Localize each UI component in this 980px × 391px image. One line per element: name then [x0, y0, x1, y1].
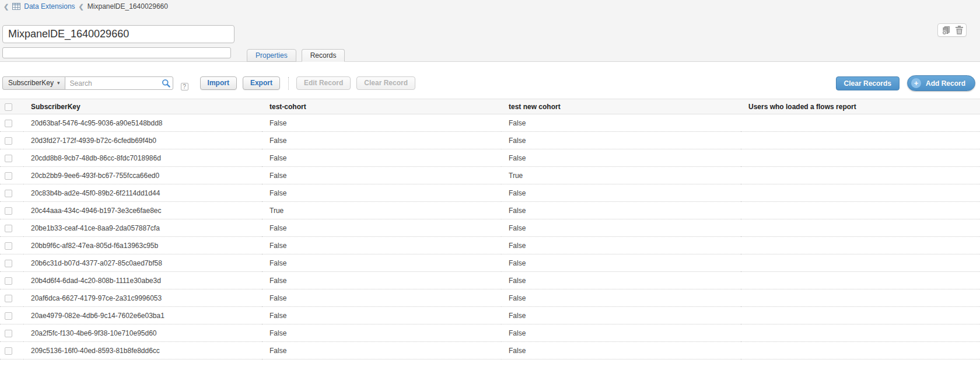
cell-test-new-cohort: False [501, 219, 741, 237]
external-key-input[interactable] [2, 47, 231, 58]
cell-subscriber-key: 20cb2bb9-9ee6-493f-bc67-755fcca66ed0 [23, 167, 262, 184]
search-input[interactable] [65, 76, 173, 90]
row-checkbox[interactable] [5, 330, 12, 337]
records-tbody: 20d63baf-5476-4c95-9036-a90e5148bdd8 Fal… [0, 114, 980, 359]
row-checkbox[interactable] [5, 277, 12, 285]
cell-test-cohort: False [262, 254, 501, 272]
row-checkbox[interactable] [5, 225, 12, 232]
cell-test-new-cohort: False [501, 324, 741, 342]
clear-record-button[interactable]: Clear Record [356, 76, 415, 90]
cell-test-cohort: False [262, 307, 501, 324]
records-toolbar: SubscriberKey ▾ ? Import Export Edit Rec… [0, 76, 980, 90]
cell-subscriber-key: 20b4d6f4-6dad-4c20-808b-1111e30abe3d [23, 272, 262, 289]
records-table-wrap: SubscriberKey test-cohort test new cohor… [0, 99, 980, 359]
cell-test-cohort: False [262, 289, 501, 307]
table-row[interactable]: 20c44aaa-434c-4946-b197-3e3ce6fae8ec Tru… [0, 202, 980, 219]
table-row[interactable]: 20c83b4b-ad2e-45f0-89b2-6f2114dd1d44 Fal… [0, 184, 980, 202]
row-checkbox[interactable] [5, 120, 12, 127]
column-header-flows-report[interactable]: Users who loaded a flows report [741, 99, 980, 114]
row-checkbox[interactable] [5, 295, 12, 302]
row-checkbox[interactable] [5, 312, 12, 320]
data-extension-grid-icon [12, 3, 20, 10]
cell-test-cohort: False [262, 324, 501, 342]
table-row[interactable]: 20d3fd27-172f-4939-b72c-6cfedb69f4b0 Fal… [0, 132, 980, 149]
search-group: SubscriberKey ▾ [2, 76, 173, 90]
table-row[interactable]: 20af6dca-6627-4179-97ce-2a31c9996053 Fal… [0, 289, 980, 307]
cell-subscriber-key: 209c5136-16f0-40ed-8593-81b8fe8dd6cc [23, 342, 262, 359]
row-checkbox[interactable] [5, 155, 12, 162]
row-checkbox[interactable] [5, 242, 12, 250]
clear-records-button[interactable]: Clear Records [836, 76, 900, 90]
cell-flows-report [741, 167, 980, 184]
cell-test-new-cohort: False [501, 114, 741, 132]
breadcrumb: ❮ Data Extensions ❮ MixpanelDE_164002966… [4, 2, 168, 11]
table-row[interactable]: 20b6c31d-b07d-4377-a027-85c0aed7bf58 Fal… [0, 254, 980, 272]
help-icon[interactable]: ? [181, 83, 188, 90]
search-field-dropdown[interactable]: SubscriberKey ▾ [2, 76, 65, 90]
cell-subscriber-key: 20a2f5fc-f130-4be6-9f38-10e710e95d60 [23, 324, 262, 342]
cell-test-cohort: False [262, 237, 501, 254]
import-button[interactable]: Import [200, 76, 237, 90]
cell-test-cohort: True [262, 202, 501, 219]
edit-record-button[interactable]: Edit Record [296, 76, 351, 90]
search-icon[interactable] [162, 79, 170, 88]
cell-subscriber-key: 20bb9f6c-af82-47ea-805d-f6a13963c95b [23, 237, 262, 254]
row-checkbox[interactable] [5, 207, 12, 215]
breadcrumb-data-extensions-link[interactable]: Data Extensions [24, 2, 75, 11]
table-row[interactable]: 20b4d6f4-6dad-4c20-808b-1111e30abe3d Fal… [0, 272, 980, 289]
cell-test-cohort: False [262, 132, 501, 149]
cell-test-new-cohort: True [501, 167, 741, 184]
column-header-test-cohort[interactable]: test-cohort [262, 99, 501, 114]
data-extension-name-input[interactable] [2, 25, 235, 43]
records-table: SubscriberKey test-cohort test new cohor… [0, 99, 980, 359]
cell-test-new-cohort: False [501, 202, 741, 219]
toolbar-divider [288, 77, 289, 90]
table-row[interactable]: 20bb9f6c-af82-47ea-805d-f6a13963c95b Fal… [0, 237, 980, 254]
back-chevron-icon[interactable]: ❮ [4, 3, 9, 11]
cell-test-new-cohort: False [501, 289, 741, 307]
column-header-subscriberkey[interactable]: SubscriberKey [23, 99, 262, 114]
cell-test-new-cohort: False [501, 237, 741, 254]
toolbar-right-group: Clear Records + Add Record [836, 75, 975, 91]
row-checkbox[interactable] [5, 190, 12, 197]
add-record-button[interactable]: + Add Record [907, 75, 975, 91]
table-row[interactable]: 20cb2bb9-9ee6-493f-bc67-755fcca66ed0 Fal… [0, 167, 980, 184]
cell-subscriber-key: 20c83b4b-ad2e-45f0-89b2-6f2114dd1d44 [23, 184, 262, 202]
cell-test-cohort: False [262, 149, 501, 167]
cell-test-new-cohort: False [501, 342, 741, 359]
trash-icon[interactable] [956, 26, 963, 34]
breadcrumb-current-page: MixpanelDE_1640029660 [88, 2, 168, 11]
cell-flows-report [741, 219, 980, 237]
table-row[interactable]: 20cdd8b8-9cb7-48db-86cc-8fdc7018986d Fal… [0, 149, 980, 167]
cell-test-new-cohort: False [501, 149, 741, 167]
table-row[interactable]: 20d63baf-5476-4c95-9036-a90e5148bdd8 Fal… [0, 114, 980, 132]
cell-flows-report [741, 184, 980, 202]
copy-icon[interactable] [942, 26, 951, 35]
column-header-test-new-cohort[interactable]: test new cohort [501, 99, 741, 114]
cell-flows-report [741, 149, 980, 167]
cell-flows-report [741, 132, 980, 149]
row-checkbox[interactable] [5, 260, 12, 267]
select-all-checkbox[interactable] [5, 103, 12, 111]
breadcrumb-separator-icon: ❮ [79, 3, 84, 11]
header-actions-box [937, 23, 967, 37]
cell-flows-report [741, 342, 980, 359]
table-row[interactable]: 20be1b33-ceaf-41ce-8aa9-2da057887cfa Fal… [0, 219, 980, 237]
row-checkbox[interactable] [5, 347, 12, 355]
tab-properties[interactable]: Properties [247, 49, 296, 62]
cell-test-cohort: False [262, 342, 501, 359]
cell-test-cohort: False [262, 272, 501, 289]
cell-test-new-cohort: False [501, 254, 741, 272]
table-row[interactable]: 20ae4979-082e-4db6-9c14-7602e6e03ba1 Fal… [0, 307, 980, 324]
cell-subscriber-key: 20c44aaa-434c-4946-b197-3e3ce6fae8ec [23, 202, 262, 219]
export-button[interactable]: Export [243, 76, 280, 90]
cell-test-new-cohort: False [501, 307, 741, 324]
tab-records[interactable]: Records [302, 49, 345, 62]
cell-subscriber-key: 20d3fd27-172f-4939-b72c-6cfedb69f4b0 [23, 132, 262, 149]
row-checkbox[interactable] [5, 137, 12, 145]
table-row[interactable]: 209c5136-16f0-40ed-8593-81b8fe8dd6cc Fal… [0, 342, 980, 359]
table-row[interactable]: 20a2f5fc-f130-4be6-9f38-10e710e95d60 Fal… [0, 324, 980, 342]
row-checkbox[interactable] [5, 172, 12, 180]
cell-flows-report [741, 114, 980, 132]
cell-flows-report [741, 202, 980, 219]
